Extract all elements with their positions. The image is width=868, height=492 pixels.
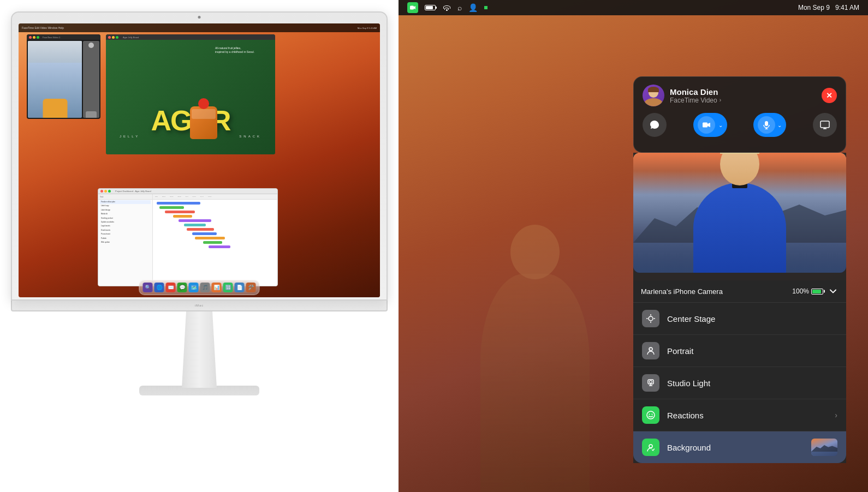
imac-chin: iMac	[11, 301, 388, 311]
notification-info: Monica Dien FaceTime Video ›	[670, 87, 816, 104]
battery-icon	[811, 289, 823, 295]
dock-icon-pages[interactable]: 📄	[235, 283, 245, 292]
dock-icon-xcode[interactable]: 🛠️	[246, 283, 256, 292]
keynote-content: All-natural fruit jellies,inspired by a …	[106, 40, 275, 154]
desktop-menu-bar: FaceTime Edit Video Window Help Mon Sep …	[19, 23, 380, 32]
dock-icon-maps[interactable]: 🗺️	[189, 283, 199, 292]
chevron-down-icon	[829, 287, 837, 295]
user-icon-topbar[interactable]: 👤	[468, 3, 478, 12]
dock-icon-finder[interactable]: 🔍	[143, 283, 153, 292]
max-dot3	[108, 190, 111, 193]
close-button[interactable]: ✕	[822, 88, 837, 103]
minimize-dot	[33, 36, 35, 39]
bg-thumbnail-image	[811, 439, 837, 456]
svg-point-21	[647, 411, 655, 419]
menu-bar-right: Mon Sep 9 9:41 AM	[798, 4, 859, 11]
video-section: Marlena's iPhone Camera 100%	[633, 153, 846, 463]
maximize-dot	[37, 36, 39, 39]
menu-date: Mon Sep 9	[798, 4, 830, 11]
macos-menu-bar: ⌕ 👤 Mon Sep 9 9:41 AM	[399, 0, 868, 15]
desktop-background: FaceTime Edit Video Window Help Mon Sep …	[19, 23, 380, 297]
dock-icon-mail[interactable]: ✉️	[166, 283, 176, 292]
numbers-window: Project Dashboard - Agar Jelly Brand Tas…	[98, 188, 278, 286]
imac-body: FaceTime Edit Video Window Help Mon Sep …	[11, 11, 388, 301]
svg-point-18	[650, 381, 652, 383]
battery-percent: 100%	[792, 287, 809, 295]
reactions-chevron: ›	[835, 411, 837, 419]
menu-item-portrait[interactable]: f Portrait	[633, 335, 846, 367]
center-stage-icon-wrap	[642, 310, 659, 327]
background-icon	[646, 442, 656, 452]
imac-stand-neck	[177, 311, 221, 388]
close-dot	[29, 36, 32, 39]
keynote-titlebar: Agar Jelly Brand	[106, 34, 275, 40]
menu-time: 9:41 AM	[835, 4, 859, 11]
dock-icon-keynote[interactable]: 📊	[212, 283, 222, 292]
menu-item-center-stage[interactable]: Center Stage	[633, 303, 846, 335]
background-icon-wrap	[642, 439, 659, 456]
imac-wrapper: FaceTime Edit Video Window Help Mon Sep …	[8, 11, 390, 481]
max-dot2	[116, 36, 118, 39]
search-icon-topbar[interactable]: ⌕	[457, 3, 462, 12]
camera-right-controls: 100%	[792, 286, 839, 297]
message-button[interactable]	[643, 113, 667, 137]
reactions-label: Reactions	[667, 411, 827, 420]
video-button-inner	[698, 116, 715, 134]
reactions-icon-wrap	[642, 406, 659, 424]
screen-share-button[interactable]	[813, 113, 837, 137]
studio-light-label: Studio Light	[667, 379, 837, 388]
video-person	[685, 164, 794, 273]
battery-fill	[812, 290, 821, 293]
facetime-menu-icon[interactable]	[407, 2, 418, 13]
mic-button[interactable]: ⌄	[753, 113, 786, 137]
notification-header: Monica Dien FaceTime Video › ✕	[643, 85, 837, 106]
close-dot2	[108, 36, 111, 39]
background-label: Background	[667, 443, 804, 452]
mic-button-inner	[758, 116, 775, 134]
dock-icon-music[interactable]: 🎵	[200, 283, 210, 292]
menu-item-background[interactable]: Background	[633, 431, 846, 463]
svg-point-10	[649, 316, 653, 321]
macos-background: ⌕ 👤 Mon Sep 9 9:41 AM	[399, 0, 868, 492]
camera-info-bar: Marlena's iPhone Camera 100%	[633, 280, 846, 303]
min-dot3	[104, 190, 107, 193]
call-type-label: FaceTime Video	[670, 97, 717, 104]
portrait-icon-wrap: f	[642, 342, 659, 359]
video-chevron: ⌄	[718, 122, 723, 128]
menu-bar-left: ⌕ 👤	[407, 2, 487, 13]
portrait-icon: f	[646, 346, 656, 356]
battery-info: 100%	[792, 287, 823, 295]
dock-icon-safari[interactable]: 🌐	[154, 283, 164, 292]
video-feed	[633, 153, 846, 273]
facetime-title-bar: FaceTime Video 1	[27, 34, 100, 40]
menu-item-studio-light[interactable]: Studio Light	[633, 367, 846, 399]
topbar-battery	[425, 5, 436, 10]
call-type-chevron: ›	[720, 97, 721, 103]
svg-marker-3	[708, 123, 710, 127]
expand-button[interactable]	[828, 286, 839, 297]
video-icon	[702, 121, 711, 129]
min-dot2	[112, 36, 115, 39]
svg-rect-4	[765, 121, 768, 126]
keynote-window: Agar Jelly Brand All-natural fruit jelli…	[106, 34, 275, 154]
svg-rect-0	[410, 6, 414, 10]
menu-item-reactions[interactable]: Reactions ›	[633, 399, 846, 431]
call-type: FaceTime Video ›	[670, 97, 816, 104]
dock-icon-numbers[interactable]: 🔢	[223, 283, 233, 292]
bg-person-silhouette	[453, 165, 617, 492]
facetime-small-window: FaceTime Video 1	[27, 34, 100, 119]
svg-marker-1	[414, 6, 415, 9]
dock-icon-messages[interactable]: 💬	[177, 283, 187, 292]
background-thumbnail	[811, 439, 837, 456]
caller-name: Monica Dien	[670, 87, 816, 97]
menu-items-container: Center Stage f Portrait	[633, 303, 846, 463]
studio-light-icon-wrap	[642, 374, 659, 392]
caller-avatar	[643, 85, 664, 106]
svg-point-22	[649, 414, 650, 415]
status-dot	[484, 6, 487, 9]
svg-rect-2	[703, 123, 708, 128]
imac-section: FaceTime Edit Video Window Help Mon Sep …	[0, 0, 399, 492]
dock: 🔍 🌐 ✉️ 💬 🗺️ 🎵 📊 🔢 📄 🛠️	[139, 280, 260, 295]
video-button[interactable]: ⌄	[693, 113, 727, 137]
screen-share-icon	[819, 119, 830, 130]
